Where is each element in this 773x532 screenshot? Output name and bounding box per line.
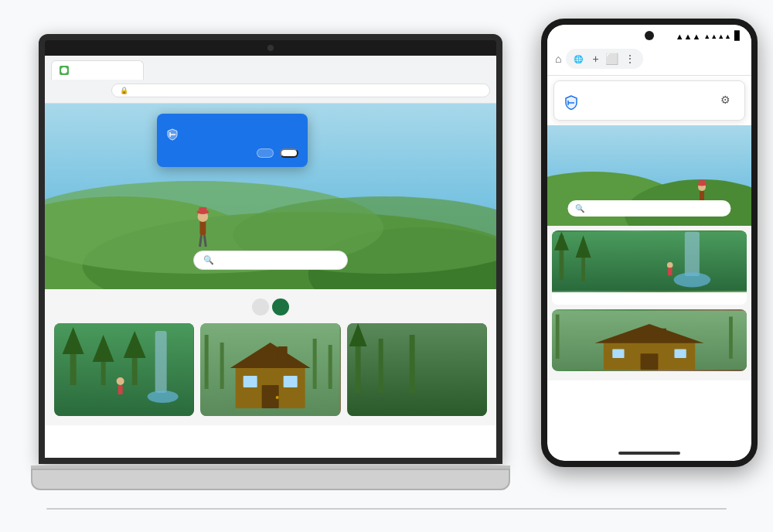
svg-point-0 bbox=[61, 67, 67, 73]
wifi-icon: ▲▲▲ bbox=[676, 32, 701, 41]
privacy-shield-icon bbox=[166, 128, 179, 141]
svg-point-21 bbox=[148, 390, 179, 403]
browser-chrome: 🔒 bbox=[45, 56, 496, 104]
phone-home-bar[interactable] bbox=[618, 452, 680, 455]
svg-rect-26 bbox=[220, 343, 224, 389]
svg-rect-36 bbox=[347, 323, 486, 416]
card-1[interactable] bbox=[54, 323, 194, 416]
svg-point-56 bbox=[674, 272, 711, 287]
phone-add-tab-button[interactable]: + bbox=[592, 53, 598, 65]
phone-status-icons: ▲▲▲ ▲▲▲▲ ▊ bbox=[676, 31, 741, 41]
back-button[interactable] bbox=[51, 83, 66, 98]
carousel-next-button[interactable] bbox=[272, 298, 289, 315]
card-3[interactable] bbox=[347, 323, 487, 416]
security-icon: 🔒 bbox=[120, 87, 128, 94]
svg-rect-62 bbox=[668, 268, 673, 276]
svg-rect-27 bbox=[313, 339, 317, 389]
svg-rect-28 bbox=[329, 345, 332, 389]
hero-search-bar[interactable]: 🔍 bbox=[193, 251, 348, 270]
scene: 🔒 bbox=[15, 11, 758, 521]
phone-popup-actions: ⚙ bbox=[720, 94, 737, 106]
svg-rect-54 bbox=[552, 232, 747, 291]
svg-rect-40 bbox=[409, 335, 414, 393]
laptop-base bbox=[31, 469, 510, 490]
phone-card-2-image bbox=[552, 309, 747, 371]
laptop-camera bbox=[267, 45, 274, 51]
phone-privacy-popup: ⚙ bbox=[553, 80, 745, 121]
phone-browser-chrome: ⌂ 🌐 + ⬜ ⋮ bbox=[547, 44, 751, 76]
phone-card-1[interactable] bbox=[552, 230, 747, 305]
phone-camera bbox=[645, 31, 654, 40]
card-3-image bbox=[347, 323, 487, 416]
laptop-device: 🔒 bbox=[31, 34, 510, 490]
signal-icon: ▲▲▲▲ bbox=[703, 32, 731, 40]
svg-rect-10 bbox=[199, 207, 207, 212]
svg-rect-51 bbox=[699, 180, 705, 184]
svg-rect-70 bbox=[641, 353, 659, 370]
svg-rect-65 bbox=[729, 316, 733, 358]
popup-actions bbox=[166, 148, 298, 158]
phone-card-2[interactable] bbox=[552, 309, 747, 371]
settings-button[interactable] bbox=[257, 148, 274, 158]
phone-card-1-image bbox=[552, 230, 747, 292]
svg-point-61 bbox=[667, 262, 673, 268]
svg-rect-69 bbox=[674, 349, 686, 357]
phone-popup-content: ⚙ bbox=[562, 94, 737, 112]
phone-settings-icon[interactable]: ⚙ bbox=[720, 94, 730, 106]
cards-row bbox=[54, 323, 487, 416]
carousel-prev-button[interactable] bbox=[252, 298, 269, 315]
svg-rect-35 bbox=[278, 346, 288, 363]
tab-bar bbox=[45, 56, 496, 80]
search-icon: 🔍 bbox=[203, 255, 214, 265]
svg-rect-64 bbox=[556, 315, 560, 359]
below-hero-section bbox=[45, 289, 496, 425]
svg-rect-39 bbox=[378, 339, 383, 393]
svg-rect-25 bbox=[205, 335, 209, 389]
address-bar-row: 🔒 bbox=[45, 80, 496, 103]
tab-close-button[interactable] bbox=[124, 65, 135, 76]
svg-point-34 bbox=[276, 396, 279, 399]
phone-card-1-label bbox=[552, 292, 747, 305]
svg-line-11 bbox=[200, 235, 202, 247]
card-1-image bbox=[54, 323, 194, 416]
phone-privacy-icon bbox=[562, 94, 581, 112]
battery-icon: ▊ bbox=[734, 31, 741, 41]
phone-cards-section bbox=[547, 226, 751, 380]
phone-share-button[interactable]: ⬜ bbox=[605, 53, 618, 65]
svg-rect-55 bbox=[685, 232, 700, 276]
card-2-image bbox=[200, 323, 340, 416]
svg-rect-20 bbox=[155, 331, 167, 393]
phone-screen: ▲▲▲ ▲▲▲▲ ▊ ⌂ 🌐 + ⬜ ⋮ bbox=[547, 25, 751, 461]
desktop-privacy-popup bbox=[157, 114, 308, 167]
phone-home-icon[interactable]: ⌂ bbox=[555, 53, 561, 65]
refresh-button[interactable] bbox=[91, 83, 107, 98]
svg-rect-31 bbox=[243, 376, 257, 387]
svg-rect-71 bbox=[659, 329, 666, 342]
browser-tab[interactable] bbox=[51, 60, 144, 80]
phone-hero-section: 🔍 bbox=[547, 125, 751, 226]
carousel-navigation bbox=[54, 298, 487, 315]
popup-body bbox=[166, 128, 298, 141]
tab-favicon bbox=[60, 66, 69, 75]
phone-device: ▲▲▲ ▲▲▲▲ ▊ ⌂ 🌐 + ⬜ ⋮ bbox=[541, 19, 758, 467]
card-2[interactable] bbox=[200, 323, 340, 416]
svg-point-22 bbox=[117, 377, 124, 385]
phone-address-icon: 🌐 bbox=[574, 55, 583, 63]
phone-address-actions: + ⬜ ⋮ bbox=[592, 53, 635, 65]
svg-rect-23 bbox=[118, 385, 123, 394]
phone-menu-button[interactable]: ⋮ bbox=[625, 53, 635, 65]
base-decoration-line bbox=[46, 508, 727, 510]
gotit-button[interactable] bbox=[280, 148, 298, 158]
svg-rect-68 bbox=[612, 349, 624, 357]
address-bar[interactable]: 🔒 bbox=[111, 84, 490, 97]
phone-search-icon: 🔍 bbox=[575, 204, 584, 213]
laptop-screen: 🔒 bbox=[39, 34, 502, 464]
svg-rect-32 bbox=[284, 376, 298, 387]
phone-address-bar[interactable]: 🌐 + ⬜ ⋮ bbox=[566, 49, 642, 69]
laptop-browser: 🔒 bbox=[45, 56, 496, 458]
phone-search-bar[interactable]: 🔍 bbox=[567, 200, 730, 217]
forward-button[interactable] bbox=[71, 83, 87, 98]
svg-line-12 bbox=[204, 235, 206, 247]
